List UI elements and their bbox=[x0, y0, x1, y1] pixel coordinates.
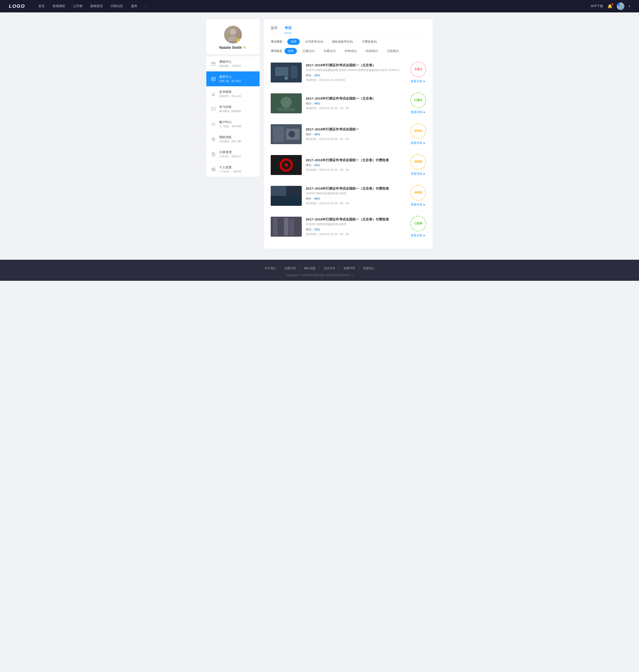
svg-rect-44 bbox=[295, 218, 299, 236]
exam-time-1: 考试时间：2019–05–03 10:09:09 bbox=[306, 78, 406, 82]
footer-link-2[interactable]: 网站地图 bbox=[300, 266, 320, 270]
exam-detail-link-2[interactable]: 查看详情 ► bbox=[411, 110, 426, 114]
nav-discover[interactable]: 发现课程 bbox=[52, 4, 65, 8]
footer-links: 关于我们加盟代理网站地图合作伙伴免费声明招贤纳士 bbox=[0, 266, 639, 270]
filter-status-all[interactable]: 全部 bbox=[284, 48, 297, 54]
exam-detail-link-4[interactable]: 查看详情 ► bbox=[411, 172, 426, 176]
nav-opencourse[interactable]: 公开课 bbox=[73, 4, 82, 8]
exam-detail-link-3[interactable]: 查看详情 ► bbox=[411, 141, 426, 145]
exam-info-2: 2017–2018年行测证件考试全国统一（北京卷） 得分：99分 考试时间：20… bbox=[306, 96, 406, 110]
footer-link-1[interactable]: 加盟代理 bbox=[280, 266, 300, 270]
tab-exam[interactable]: 考试 bbox=[284, 26, 292, 33]
exam-detail-link-6[interactable]: 查看详情 ► bbox=[411, 234, 426, 238]
exam-info-3: 2017–2018年行测证件考试全国统一 得分：99分 考试时间：2019–05… bbox=[306, 127, 406, 141]
order-menu-title: 订单管理 bbox=[219, 150, 255, 154]
exam-info-6: 2017–2018年行测证件考试全国统一（北京卷）付费批卷 2018年行测考试是… bbox=[306, 217, 406, 236]
sidebar-item-msg[interactable]: 我的消息 消息通知、及时了解 bbox=[206, 132, 260, 147]
exam-status-badge-6: 已批阅 bbox=[410, 216, 426, 231]
sidebar-item-course[interactable]: 课程中心 精彩课程，不容错过 bbox=[206, 56, 260, 71]
exam-item-5: 2017–2018年行测证件考试全国统一（北京卷）付费批卷 2018年行测考试是… bbox=[271, 180, 426, 211]
svg-rect-2 bbox=[212, 63, 215, 65]
exam-item-2: 2017–2018年行测证件考试全国统一（北京卷） 得分：99分 考试时间：20… bbox=[271, 88, 426, 119]
footer-link-0[interactable]: 关于我们 bbox=[261, 266, 280, 270]
doc-icon bbox=[211, 152, 216, 157]
list-icon bbox=[211, 76, 216, 82]
chevron-down-icon[interactable]: ▾ bbox=[629, 5, 630, 8]
message-icon bbox=[211, 137, 216, 142]
sidebar-menu: 课程中心 精彩课程，不容错过 题库中心 海量习题，助力通关 证书荣誉 bbox=[206, 56, 260, 177]
svg-rect-11 bbox=[212, 107, 215, 110]
tab-bank[interactable]: 题库 bbox=[271, 26, 278, 33]
exam-time-2: 考试时间：2019–05–03 10：09：09 bbox=[306, 107, 406, 110]
profile-name-row: Natalie Smith ✏️ bbox=[211, 46, 255, 50]
nav-qa[interactable]: 问答社区 bbox=[111, 4, 123, 8]
avatar[interactable]: 👤 bbox=[617, 2, 624, 10]
nav-news[interactable]: 新闻资讯 bbox=[90, 4, 103, 8]
exam-action-5: 待批阅 查看详情 ► bbox=[410, 185, 426, 207]
profile-badge: 🏅 bbox=[237, 38, 241, 43]
exam-score-1: 得分：25分 bbox=[306, 74, 406, 77]
filter-type-random[interactable]: 随机抽题考试(5) bbox=[329, 38, 356, 45]
order-menu-sub: 订单支出、明明白白 bbox=[219, 155, 255, 158]
header: LOGO 首页 发现课程 公开课 新闻资讯 问答社区 题库 ··· APP下载 … bbox=[0, 0, 639, 12]
badge-icon bbox=[211, 91, 216, 97]
exam-title-3: 2017–2018年行测证件考试全国统一 bbox=[306, 127, 406, 131]
svg-marker-12 bbox=[212, 123, 215, 126]
qa-menu-text: 学习问答 课后重温、疑难解答 bbox=[219, 105, 255, 113]
footer-link-4[interactable]: 免费声明 bbox=[340, 266, 359, 270]
sidebar-item-settings[interactable]: 个人设置 个人信息、一键管理 bbox=[206, 162, 260, 177]
nav-home[interactable]: 首页 bbox=[38, 4, 45, 8]
sidebar-item-qa[interactable]: 学习问答 课后重温、疑难解答 bbox=[206, 101, 260, 117]
footer-link-5[interactable]: 招贤纳士 bbox=[359, 266, 379, 270]
filter-type-cert[interactable]: 证书类考试(4) bbox=[302, 38, 327, 45]
exam-title-6: 2017–2018年行测证件考试全国统一（北京卷）付费批卷 bbox=[306, 217, 406, 222]
sidebar-item-cert[interactable]: 证书荣誉 收获荣誉、持证上岗 bbox=[206, 86, 260, 101]
gear-icon bbox=[211, 167, 216, 172]
filter-status-fail[interactable]: 未通过(2) bbox=[320, 48, 339, 54]
exam-status-badge-3: 待考试 bbox=[410, 123, 426, 139]
svg-point-10 bbox=[212, 93, 215, 95]
avatar-image: 👤 bbox=[617, 2, 624, 10]
filter-status-pass[interactable]: 已通过(2) bbox=[299, 48, 318, 54]
svg-rect-21 bbox=[275, 67, 289, 76]
nav-more[interactable]: ··· bbox=[145, 4, 148, 8]
exam-status-badge-2: 已通过 bbox=[410, 93, 426, 108]
filter-status-reviewing[interactable]: 待批阅(2) bbox=[362, 48, 381, 54]
logo[interactable]: LOGO bbox=[9, 3, 25, 9]
sidebar-item-account[interactable]: 账户中心 个人权益、实时掌握 bbox=[206, 117, 260, 132]
app-download-link[interactable]: APP下载 bbox=[591, 4, 603, 8]
cert-menu-title: 证书荣誉 bbox=[219, 90, 255, 94]
msg-menu-title: 我的消息 bbox=[219, 135, 255, 139]
exam-title-5: 2017–2018年行测证件考试全国统一（北京卷）付费批卷 bbox=[306, 187, 406, 191]
exam-time-6: 考试时间：2019–05–03 10：09：09 bbox=[306, 233, 406, 236]
exam-detail-link-1[interactable]: 查看详情 ► bbox=[411, 79, 426, 83]
svg-rect-36 bbox=[271, 186, 286, 196]
exam-info-5: 2017–2018年行测证件考试全国统一（北京卷）付费批卷 2018年行测考试是… bbox=[306, 187, 406, 205]
exam-status-badge-5: 待批阅 bbox=[410, 185, 426, 201]
svg-rect-38 bbox=[271, 196, 302, 206]
filter-status-row: 考试状态 全部 已通过(2) 未通过(2) 待考试(2) 待批阅(2) 已批阅(… bbox=[271, 48, 426, 54]
filter-status-pending[interactable]: 待考试(2) bbox=[341, 48, 360, 54]
main-container: 🏅 Natalie Smith ✏️ 课程中心 精彩课程，不容错过 bbox=[202, 12, 437, 255]
exam-score-3: 得分：99分 bbox=[306, 132, 406, 137]
footer-link-3[interactable]: 合作伙伴 bbox=[320, 266, 340, 270]
bank-menu-sub: 海量习题，助力通关 bbox=[219, 79, 255, 83]
svg-point-13 bbox=[212, 138, 215, 141]
filter-type-all[interactable]: 全部 bbox=[287, 38, 300, 45]
exam-desc-1: 2018年行测考试是最值得多去研究 2018年行测考试是最值得多去研究 2018… bbox=[306, 68, 406, 72]
sidebar-item-bank[interactable]: 题库中心 海量习题，助力通关 bbox=[206, 71, 260, 86]
exam-detail-link-5[interactable]: 查看详情 ► bbox=[411, 203, 426, 207]
course-menu-title: 课程中心 bbox=[219, 60, 255, 64]
exam-score-6: 得分：25分 bbox=[306, 227, 406, 231]
exam-thumb-6 bbox=[271, 217, 302, 237]
filter-type-paid[interactable]: 付费批卷(6) bbox=[359, 38, 380, 45]
nav-bank[interactable]: 题库 bbox=[131, 4, 137, 8]
edit-icon[interactable]: ✏️ bbox=[243, 46, 247, 49]
msg-menu-text: 我的消息 消息通知、及时了解 bbox=[219, 135, 255, 143]
exam-status-badge-4: 待批阅 bbox=[410, 154, 426, 170]
sidebar-item-order[interactable]: 订单管理 订单支出、明明白白 bbox=[206, 147, 260, 162]
filter-status-reviewed[interactable]: 已批阅(2) bbox=[384, 48, 402, 54]
notification-bell[interactable]: 🔔 bbox=[608, 4, 612, 9]
exam-status-badge-1: 未通过 bbox=[410, 62, 426, 77]
svg-rect-28 bbox=[273, 126, 284, 142]
